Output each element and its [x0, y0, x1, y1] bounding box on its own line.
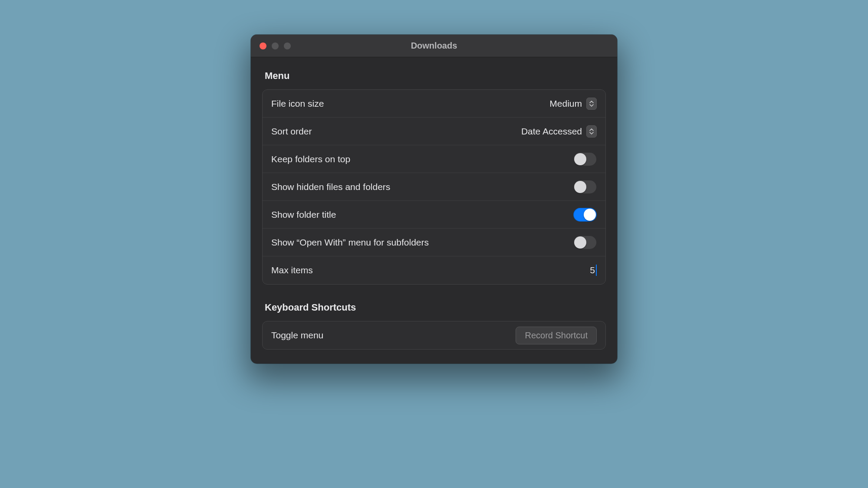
max-items-label: Max items: [271, 265, 313, 275]
show-open-with-row: Show “Open With” menu for subfolders: [263, 229, 605, 256]
menu-panel: File icon size Medium Sort order Date Ac…: [262, 89, 606, 285]
text-caret: [596, 265, 597, 276]
titlebar: Downloads: [251, 35, 617, 57]
updown-icon: [586, 98, 597, 110]
shortcuts-panel: Toggle menu Record Shortcut: [262, 321, 606, 350]
file-icon-size-value: Medium: [549, 98, 582, 109]
window-title: Downloads: [251, 41, 617, 51]
sort-order-value: Date Accessed: [521, 126, 582, 137]
sort-order-row: Sort order Date Accessed: [263, 118, 605, 145]
preferences-window: Downloads Menu File icon size Medium Sor…: [251, 35, 617, 364]
file-icon-size-popup[interactable]: Medium: [549, 98, 597, 110]
max-items-row: Max items 5: [263, 256, 605, 284]
keep-folders-top-label: Keep folders on top: [271, 154, 350, 164]
keep-folders-top-toggle[interactable]: [573, 152, 597, 166]
max-items-field[interactable]: 5: [578, 265, 597, 276]
shortcuts-section-header: Keyboard Shortcuts: [262, 300, 606, 321]
show-folder-title-label: Show folder title: [271, 210, 336, 220]
show-folder-title-toggle[interactable]: [573, 208, 597, 222]
file-icon-size-label: File icon size: [271, 98, 324, 109]
keep-folders-top-row: Keep folders on top: [263, 145, 605, 173]
show-folder-title-row: Show folder title: [263, 201, 605, 229]
file-icon-size-row: File icon size Medium: [263, 90, 605, 118]
updown-icon: [586, 125, 597, 138]
toggle-menu-row: Toggle menu Record Shortcut: [263, 321, 605, 349]
show-open-with-toggle[interactable]: [573, 236, 597, 249]
sort-order-popup[interactable]: Date Accessed: [521, 125, 597, 138]
show-hidden-toggle[interactable]: [573, 180, 597, 194]
menu-section-header: Menu: [262, 69, 606, 89]
record-shortcut-button[interactable]: Record Shortcut: [516, 327, 597, 344]
toggle-menu-label: Toggle menu: [271, 330, 323, 341]
show-open-with-label: Show “Open With” menu for subfolders: [271, 237, 429, 248]
window-content: Menu File icon size Medium Sort order Da…: [251, 57, 617, 364]
show-hidden-row: Show hidden files and folders: [263, 173, 605, 201]
max-items-value: 5: [578, 265, 595, 275]
show-hidden-label: Show hidden files and folders: [271, 182, 390, 192]
sort-order-label: Sort order: [271, 126, 312, 137]
